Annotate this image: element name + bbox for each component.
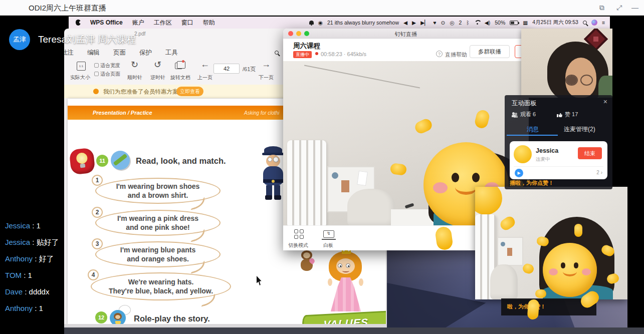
close-icon[interactable]: × <box>603 98 607 106</box>
switch-mode-icon[interactable] <box>294 229 304 239</box>
member-status: 连麦中 <box>536 156 550 163</box>
radiator <box>287 140 326 225</box>
end-mic-button[interactable]: 结束 <box>578 147 602 159</box>
prev-track-icon[interactable]: ◀ <box>403 20 407 26</box>
tab-tools[interactable]: 工具 <box>165 49 178 57</box>
page-total-label: /61页 <box>243 66 256 73</box>
record-icon[interactable]: ◉ <box>318 20 323 26</box>
sun-ray-sticker <box>522 262 535 274</box>
whiteboard-icon[interactable] <box>323 230 334 238</box>
multi-group-button[interactable]: 多群联播 <box>470 45 510 58</box>
activity-11-badge: 11 <box>96 155 108 167</box>
bottom-scrollbar-area[interactable] <box>64 327 644 334</box>
next-page-icon[interactable]: → <box>262 59 271 70</box>
rotate-ccw-icon[interactable]: ↺ <box>154 59 161 70</box>
chat-message-list: Jessica : 1 Jessica : 贴好了 Anthony : 好了 T… <box>5 217 59 316</box>
siri-icon[interactable] <box>591 20 597 26</box>
camera-icon[interactable]: ▶ <box>515 169 523 177</box>
app-circle-icon[interactable]: ⊙ <box>441 20 446 26</box>
live-stats: 00:58:23 · 645kb/s <box>321 51 366 57</box>
wifi-icon[interactable] <box>474 20 480 25</box>
tab-page[interactable]: 页面 <box>113 49 126 57</box>
lightbulb-icon <box>69 148 96 175</box>
control-center-icon[interactable]: ≡ <box>602 20 605 26</box>
tab-edit[interactable]: 编辑 <box>87 49 100 57</box>
rotate-cw-button[interactable]: 顺时针 <box>127 74 142 81</box>
next-track-icon[interactable]: ▶▏ <box>420 20 428 26</box>
bubble-number: 2 <box>92 207 103 218</box>
whiteboard-button[interactable]: 白板 <box>323 242 333 249</box>
fit-width-button[interactable]: 适合宽度 <box>94 62 120 69</box>
fullscreen-icon[interactable]: ⤢ <box>616 4 622 12</box>
menu-app-name[interactable]: WPS Office <box>90 19 123 26</box>
divider <box>514 166 603 167</box>
menu-item-workspace[interactable]: 工作区 <box>154 19 172 27</box>
actual-size-icon[interactable]: 1:1 <box>77 62 86 71</box>
menu-item-account[interactable]: 账户 <box>132 19 144 27</box>
share-window-icon[interactable]: ⧉ <box>599 4 604 12</box>
menubar-datetime[interactable]: 4月25日 周六 09:53 <box>532 19 578 26</box>
glasses-left <box>565 75 578 86</box>
apple-logo-icon[interactable] <box>76 20 81 26</box>
next-page-button[interactable]: 下一页 <box>259 74 274 81</box>
heart-icon[interactable]: ♥ <box>433 20 436 26</box>
page-number-input[interactable] <box>213 64 240 74</box>
chat-badge-icon[interactable]: ◎ <box>450 20 454 26</box>
bell-icon[interactable] <box>309 21 314 25</box>
dingtalk-titlebar: 钉钉直播 <box>283 29 529 39</box>
keyboard-icon[interactable]: ▦ <box>523 20 528 26</box>
fit-page-icon <box>94 72 99 76</box>
document-tab[interactable]: 2.pdf <box>134 31 145 37</box>
member-count[interactable]: 2 › <box>596 170 602 175</box>
tab-protect[interactable]: 保护 <box>139 49 152 57</box>
chat-message: Anthony : 1 <box>5 300 59 316</box>
wps-search-icon[interactable] <box>275 51 279 55</box>
panel-title: 互动面板 <box>512 99 537 108</box>
monkey-character <box>297 250 318 275</box>
fit-width-icon <box>94 63 99 68</box>
live-help-link[interactable]: 直播帮助 <box>445 51 467 59</box>
speech-bubble-2: I'm wearing a pink dressand one pink sho… <box>95 210 221 236</box>
volume-icon[interactable]: ◀) <box>485 20 491 26</box>
spotlight-icon[interactable] <box>583 21 587 25</box>
princess-character <box>326 250 367 312</box>
tab-messages[interactable]: 消息 <box>527 125 539 134</box>
rotate-cw-icon[interactable]: ↻ <box>131 59 138 70</box>
chair <box>347 189 395 225</box>
pencil-icon <box>111 151 130 170</box>
actual-size-button[interactable]: 实际大小 <box>70 74 90 81</box>
promo-view-button[interactable]: 立即查看 <box>176 87 203 96</box>
macos-menubar: WPS Office 账户 工作区 窗口 帮助 ◉ 21 iths always… <box>69 17 610 29</box>
sun-ray-sticker <box>574 224 582 237</box>
tab-mic-management[interactable]: 连麦管理(2) <box>564 125 595 134</box>
chat-message: Anthony : 好了 <box>5 250 59 267</box>
pegboard <box>497 237 523 266</box>
chat-message: Jessica : 1 <box>5 217 59 234</box>
fit-page-button[interactable]: 适合页面 <box>94 71 120 78</box>
glasses-right <box>580 75 593 86</box>
lesson-header-left: Presentation / Practice <box>93 110 152 116</box>
tab-annotate[interactable]: 批注 <box>64 49 74 57</box>
bubble-number: 1 <box>92 175 103 186</box>
promo-dot-icon <box>93 89 99 94</box>
rotate-doc-icon[interactable] <box>175 63 182 69</box>
screen: ODI2周六上午班群直播 ⧉ ⤢ — WPS Office 账户 工作区 窗口 … <box>0 0 644 334</box>
speech-bubble-3: I'm wearing blue pantsand orange shoes. <box>95 241 221 267</box>
rotate-ccw-button[interactable]: 逆时针 <box>150 74 165 81</box>
prev-page-icon[interactable]: ← <box>200 59 209 70</box>
play-icon[interactable]: ▶ <box>412 20 416 26</box>
presenter-avatar[interactable]: 孟津 <box>9 29 30 50</box>
menu-item-window[interactable]: 窗口 <box>181 19 193 27</box>
sun-ray-sticker <box>390 163 407 176</box>
activity-12-badge: 12 <box>95 311 107 323</box>
menubar-status-text: 21 iths always blurry somehow <box>327 20 399 26</box>
minimize-icon[interactable]: — <box>631 4 638 12</box>
help-question-icon[interactable]: ? <box>436 51 443 57</box>
sun-ray-sticker <box>474 109 491 129</box>
switch-mode-button[interactable]: 切换模式 <box>288 242 308 249</box>
bluetooth-icon[interactable]: ᛒ <box>466 20 469 26</box>
live-title: ODI2周六上午班群直播 <box>29 4 106 13</box>
menu-item-help[interactable]: 帮助 <box>203 19 215 27</box>
prev-page-button[interactable]: 上一页 <box>197 74 212 81</box>
rotate-doc-button[interactable]: 旋转文档 <box>170 74 190 81</box>
